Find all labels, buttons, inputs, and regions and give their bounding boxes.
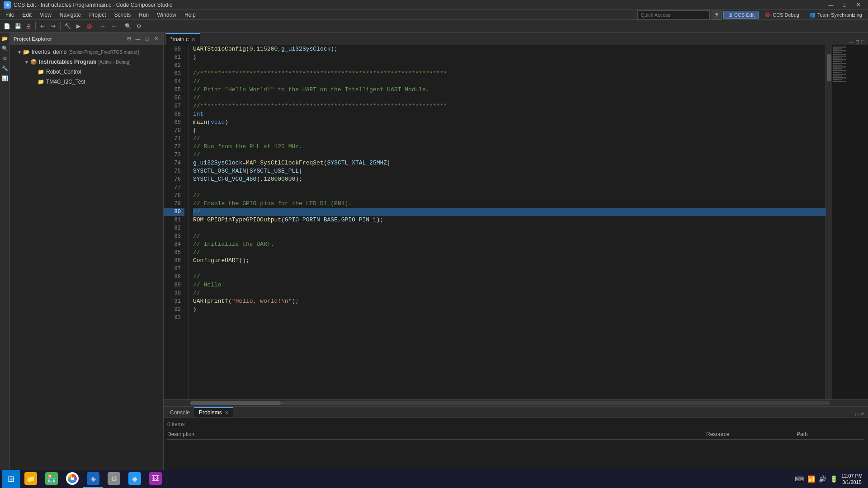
menu-project[interactable]: Project <box>85 11 109 19</box>
sidebar-minimize-button[interactable]: — <box>134 35 142 42</box>
forward-button[interactable]: → <box>109 21 119 31</box>
menu-scripts[interactable]: Scripts <box>111 11 135 19</box>
menu-edit[interactable]: Edit <box>19 11 35 19</box>
menu-file[interactable]: File <box>2 11 18 19</box>
taskbar-app-explorer[interactable]: 📁 <box>21 470 41 488</box>
keyboard-icon[interactable]: ⌨ <box>795 475 804 483</box>
token-macro: g_ui32SysClock <box>193 159 242 167</box>
save-button[interactable]: 💾 <box>13 21 23 31</box>
token-punc: ( <box>207 118 211 127</box>
tree-item-freertos-demo[interactable]: ▼ 📂 freertos_demo [Senior-Project_FreeRT… <box>10 47 163 57</box>
col-resource: Resource <box>706 431 797 437</box>
search-button[interactable]: 🔍 <box>123 21 133 31</box>
folder-icon-robot: 📁 <box>37 69 44 75</box>
tab-minimize-icon[interactable]: — <box>849 39 854 45</box>
menu-navigate[interactable]: Navigate <box>56 11 85 19</box>
token-cmt: // <box>193 249 200 257</box>
close-button[interactable]: ✕ <box>852 1 864 9</box>
bottom-maximize-icon[interactable]: □ <box>855 412 859 417</box>
tree-item-tm4c[interactable]: 📁 TM4C_I2C_Test <box>10 77 163 87</box>
maximize-button[interactable]: □ <box>838 1 851 9</box>
line-num-72: 72 <box>164 143 184 151</box>
menu-view[interactable]: View <box>36 11 55 19</box>
settings-button[interactable]: ⚙ <box>134 21 144 31</box>
window-title: CCS Edit - Instructables Program/main.c … <box>14 2 172 8</box>
sidebar-close-button[interactable]: ✕ <box>152 35 160 42</box>
console-tab[interactable]: Console <box>165 407 194 417</box>
problems-tab[interactable]: Problems ✕ <box>194 407 233 417</box>
taskbar-app-store[interactable]: 🏪 <box>42 470 61 488</box>
ccs-edit-perspective[interactable]: 🖥 CCS Edit <box>723 11 759 19</box>
line-num-63: 63 <box>164 70 184 78</box>
token-cmt: // <box>193 192 200 200</box>
line-numbers: 6061626364656667686970717273747576777879… <box>164 45 189 399</box>
bottom-panel: Console Problems ✕ — □ ✕ 0 items <box>164 406 868 478</box>
tree-label-instructables: Instructables Program <box>39 59 96 65</box>
undo-button[interactable]: ↩ <box>38 21 47 31</box>
open-perspective-button[interactable]: ⊞ <box>712 10 722 20</box>
sidebar-maximize-button[interactable]: □ <box>143 35 151 42</box>
quick-access-input[interactable] <box>637 10 710 19</box>
code-line-67: //**************************************… <box>193 102 826 110</box>
network-icon[interactable]: 📶 <box>807 475 815 483</box>
token-cmt: // Enable the GPIO pins for the LED D1 (… <box>193 200 352 208</box>
rail-icon-2[interactable]: 🔍 <box>1 44 9 52</box>
sidebar-collapse-button[interactable]: ⊟ <box>125 35 132 42</box>
menu-window[interactable]: Window <box>153 11 180 19</box>
minimize-button[interactable]: — <box>825 1 837 9</box>
menu-help[interactable]: Help <box>181 11 199 19</box>
debug-button[interactable]: 🐞 <box>84 21 94 31</box>
editor-tab-main-c[interactable]: *main.c ✕ <box>165 33 200 45</box>
taskbar-app-ccs[interactable]: ◈ <box>83 470 103 488</box>
minimap-content: ████████████████████ ██ ██ ██ ██ ██ ██ █… <box>832 45 868 83</box>
taskbar-date-display: 3/1/2015 <box>841 479 863 485</box>
token-kw: int <box>193 110 203 118</box>
problems-tab-close[interactable]: ✕ <box>225 410 229 416</box>
token-punc: ); <box>377 216 384 224</box>
battery-icon[interactable]: 🔋 <box>830 475 838 483</box>
tab-maximize-icon[interactable]: □ <box>861 39 864 45</box>
menu-run[interactable]: Run <box>135 11 152 19</box>
line-num-60: 60 <box>164 45 184 53</box>
editor-scrollbar[interactable] <box>826 45 832 399</box>
bottom-minimize-icon[interactable]: — <box>849 412 854 417</box>
chrome-icon <box>66 472 79 485</box>
code-line-84: // Initialize the UART. <box>193 240 826 249</box>
token-macro: SYSCTL_XTAL_25MHZ <box>327 159 387 167</box>
team-sync-perspective[interactable]: 👥 Team Synchronizing <box>805 10 866 19</box>
line-num-90: 90 <box>164 289 184 297</box>
h-scrollbar[interactable] <box>164 399 868 406</box>
code-line-77 <box>193 183 826 192</box>
h-scroll-thumb <box>190 401 281 405</box>
back-button[interactable]: ← <box>98 21 108 31</box>
bottom-close-icon[interactable]: ✕ <box>860 411 864 417</box>
redo-button[interactable]: ↪ <box>48 21 58 31</box>
tree-item-robot-control[interactable]: 📁 Robot_Control <box>10 67 163 77</box>
build-button[interactable]: 🔨 <box>62 21 72 31</box>
code-editor[interactable]: 6061626364656667686970717273747576777879… <box>164 45 826 399</box>
rail-icon-5[interactable]: 📊 <box>1 74 9 82</box>
taskbar-clock[interactable]: 12:07 PM 3/1/2015 <box>841 473 863 486</box>
taskbar-app-chrome[interactable] <box>62 470 82 488</box>
token-punc: ); <box>295 175 302 183</box>
taskbar-app-tools[interactable]: ⚙ <box>104 470 124 488</box>
tree-item-instructables[interactable]: ▼ 📦 Instructables Program [Active - Debu… <box>10 57 163 67</box>
taskbar-app-extra1[interactable]: ◆ <box>125 470 145 488</box>
ccs-debug-perspective[interactable]: 🐞 CCS Debug <box>760 10 803 19</box>
tab-close-main-c[interactable]: ✕ <box>191 37 195 42</box>
rail-icon-4[interactable]: 🔧 <box>1 64 9 72</box>
volume-icon[interactable]: 🔊 <box>819 475 826 483</box>
run-button[interactable]: ▶ <box>73 21 83 31</box>
taskbar-app-pictures[interactable]: 🖼 <box>146 470 165 488</box>
code-line-73: // <box>193 151 826 159</box>
tab-layout-icon[interactable]: ⊡ <box>855 39 859 45</box>
rail-icon-3[interactable]: ⚙ <box>1 54 9 62</box>
sidebar-header: Project Explorer ⊟ — □ ✕ <box>10 33 163 45</box>
code-line-83: // <box>193 232 826 240</box>
code-content[interactable]: UARTStdioConfig(0, 115200, g_ui32SysCloc… <box>189 45 826 399</box>
taskbar-start-button[interactable]: ⊞ <box>2 470 20 488</box>
rail-icon-1[interactable]: 📂 <box>1 34 9 42</box>
new-button[interactable]: 📄 <box>2 21 12 31</box>
editor-and-bottom: *main.c ✕ — ⊡ □ 606162636465666768697071… <box>164 33 868 478</box>
print-button[interactable]: 🖨 <box>24 21 33 31</box>
